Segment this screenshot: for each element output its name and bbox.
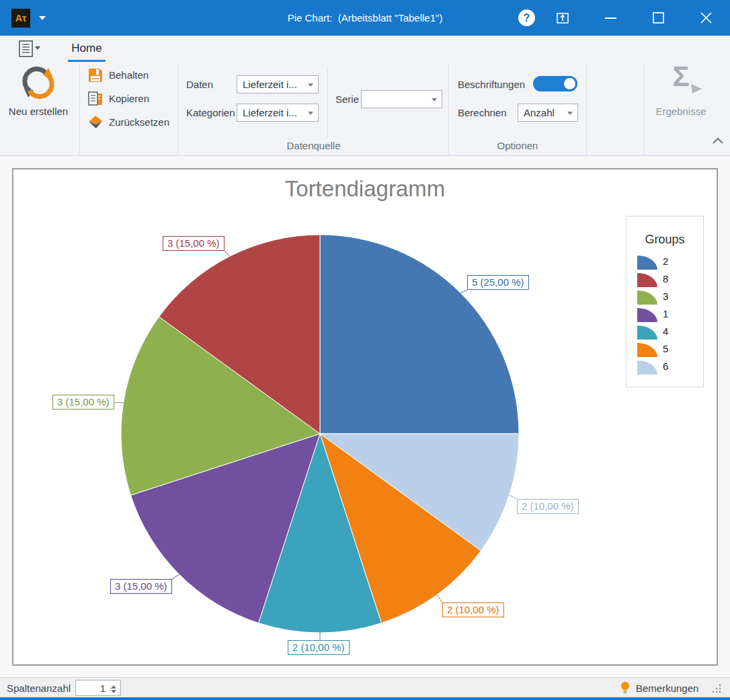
lightbulb-icon [620,681,631,695]
pie-callout-label[interactable]: 3 (15,00 %) [163,236,225,251]
ribbon-menu-button[interactable] [18,40,42,61]
pie-callout-label[interactable]: 2 (10,00 %) [288,640,350,655]
spaltenanzahl-value: 1 [100,683,106,694]
window-border-bottom [0,697,730,700]
berechnen-value: Anzahl [524,107,555,118]
expand-window-icon [554,9,573,28]
window-title: Pie Chart: (Arbeitsblatt "Tabelle1") [0,0,730,36]
legend-title: Groups [626,233,703,247]
serie-label: Serie [335,93,359,105]
tab-home[interactable]: Home [67,42,106,55]
ribbon-separator [327,67,328,138]
legend-item-1: 1 [637,306,703,323]
spaltenanzahl-spinner[interactable]: 1 [75,680,121,696]
app-window: Pie Chart: (Arbeitsblatt "Tabelle1") Aτ … [0,0,730,700]
chart-area: Tortendiagramm 5 (25,00 %)2 (10,00 %)2 (… [0,156,730,677]
collapse-ribbon-button[interactable] [711,137,725,148]
refresh-icon [19,64,57,103]
pie-callout-label[interactable]: 2 (10,00 %) [442,602,504,617]
pie-callout-label[interactable]: 3 (15,00 %) [110,579,172,594]
status-bar: Spaltenanzahl 1 Bemerkungen [0,677,730,697]
label-leader-line [437,594,442,602]
legend-swatch-icon [637,273,657,287]
legend-swatch-icon [637,325,657,340]
legend-swatch-icon [637,290,657,305]
daten-value: Lieferzeit i... [243,79,297,90]
title-bar: Pie Chart: (Arbeitsblatt "Tabelle1") Aτ … [0,0,730,36]
chevron-down-icon [567,112,573,118]
minimize-icon [602,9,620,28]
copy-icon [87,91,104,107]
spaltenanzahl-label: Spaltenanzahl [7,683,71,694]
pie-slice-group-2[interactable] [320,235,519,434]
help-icon: ? [518,9,535,26]
neu-erstellen-label: Neu erstellen [4,106,73,117]
chevron-down-icon [308,83,313,89]
zuruecksetzen-label: Zurücksetzen [109,116,169,128]
label-leader-line [510,495,517,499]
pie-callout-label[interactable]: 3 (15,00 %) [52,395,114,410]
chevron-down-icon [308,112,313,118]
legend-item-4: 4 [637,323,703,341]
legend-items: 2831456 [626,254,703,376]
legend-label: 3 [663,290,668,302]
maximize-button[interactable] [649,9,668,28]
ribbon-separator [644,64,645,155]
save-icon [87,67,104,83]
ergebnisse-label: Ergebnisse [647,106,715,117]
label-leader-line [172,574,179,579]
legend-swatch-icon [637,343,657,357]
pie-callout-label[interactable]: 2 (10,00 %) [517,499,579,514]
sigma-icon: Σ [672,61,689,92]
beschriftungen-label: Beschriftungen [458,79,525,90]
maximize-icon [649,9,668,28]
chevron-up-icon [711,137,725,146]
chart-title: Tortendiagramm [0,176,730,202]
kategorien-value: Lieferzeit i... [243,107,297,118]
behalten-label: Behalten [109,69,149,81]
legend-label: 1 [663,308,668,319]
ribbon-menu-icon [18,40,42,59]
toggle-knob [564,78,575,89]
spinner-down-button[interactable] [111,690,116,696]
group-label-optionen: Optionen [449,140,586,151]
legend-item-6: 6 [637,358,703,376]
pie-callout-label[interactable]: 5 (25,00 %) [467,275,529,290]
neu-erstellen-button[interactable]: Neu erstellen [4,63,73,126]
kategorien-label: Kategorien [186,107,235,118]
daten-label: Daten [186,79,213,90]
legend-label: 4 [663,325,668,337]
ergebnisse-button[interactable]: Σ Ergebnisse [647,63,715,126]
minimize-button[interactable] [602,9,620,28]
pie-chart [0,156,730,677]
bemerkungen-label[interactable]: Bemerkungen [636,683,698,694]
chevron-down-icon [432,98,437,104]
resize-grip[interactable] [711,683,722,694]
berechnen-label: Berechnen [458,107,507,118]
beschriftungen-toggle[interactable] [533,76,577,91]
help-button[interactable]: ? [518,9,536,28]
label-leader-line [225,251,230,256]
daten-dropdown[interactable]: Lieferzeit i... [237,75,319,93]
ribbon-separator [586,64,587,155]
sigma-arrow-icon [690,83,703,95]
legend-swatch-icon [637,308,657,322]
kategorien-dropdown[interactable]: Lieferzeit i... [237,104,319,122]
spinner-up-button[interactable] [111,683,116,689]
legend-label: 2 [663,256,668,267]
expand-window-button[interactable] [554,9,573,28]
legend-swatch-icon [637,256,657,270]
close-button[interactable] [697,9,716,28]
ribbon: Home Neu erstellen Behalten [0,36,730,156]
ribbon-separator [79,64,80,155]
close-icon [697,9,716,28]
serie-dropdown[interactable] [361,90,442,108]
app-menu-caret-icon[interactable] [39,16,46,24]
legend-item-8: 8 [637,271,703,288]
app-logo-icon[interactable]: Aτ [11,9,30,28]
legend-label: 8 [663,273,668,284]
legend-item-3: 3 [637,288,703,306]
kopieren-label: Kopieren [109,93,149,104]
legend-label: 5 [663,343,668,354]
berechnen-dropdown[interactable]: Anzahl [518,104,578,122]
